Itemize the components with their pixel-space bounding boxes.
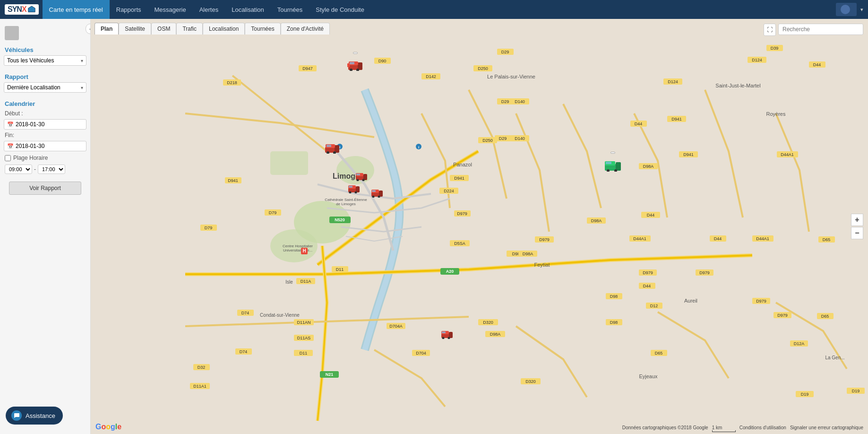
time-dash: -	[34, 166, 36, 173]
svg-text:D218: D218	[227, 80, 237, 85]
svg-text:D124: D124	[752, 58, 762, 62]
nav-localisation[interactable]: Localisation	[225, 0, 271, 19]
truck-icon-6	[604, 160, 622, 172]
svg-text:Le Palais-sur-Vienne: Le Palais-sur-Vienne	[487, 74, 535, 79]
debut-date-input[interactable]: 📅	[4, 119, 86, 130]
report-error-link[interactable]: Signaler une erreur cartographique	[790, 425, 863, 432]
vehicules-select-wrapper[interactable]: Tous les Véhicules ▾	[4, 55, 86, 66]
nav-alertes[interactable]: Alertes	[193, 0, 225, 19]
svg-text:D44: D44	[643, 284, 651, 288]
tab-osm[interactable]: OSM	[151, 23, 176, 35]
map-data-text: Données cartographiques ©2018 Google	[622, 425, 708, 432]
svg-text:D44A1: D44A1	[633, 236, 646, 241]
user-profile[interactable]	[836, 3, 857, 16]
svg-text:D11A1: D11A1	[193, 384, 206, 389]
map-attribution: Données cartographiques ©2018 Google 1 k…	[622, 425, 863, 432]
svg-text:D941: D941	[683, 152, 694, 157]
svg-text:D320: D320	[483, 320, 493, 325]
svg-text:D74: D74	[241, 311, 249, 315]
svg-text:D250: D250	[482, 138, 493, 143]
rapport-section-title[interactable]: Rapport	[0, 69, 90, 82]
svg-text:D979: D979	[643, 270, 653, 275]
svg-text:D941: D941	[671, 117, 682, 122]
svg-rect-170	[327, 145, 331, 147]
vehicle-marker-2[interactable]	[324, 143, 340, 155]
svg-text:D29: D29	[501, 50, 509, 54]
vehicules-select[interactable]: Tous les Véhicules	[7, 57, 83, 64]
voir-rapport-button[interactable]: Voir Rapport	[9, 182, 81, 195]
profile-chevron-icon[interactable]: ▾	[860, 7, 863, 13]
debut-date-field[interactable]	[16, 121, 83, 128]
main-layout: « Véhicules Tous les Véhicules ▾ Rapport…	[0, 19, 868, 434]
map-search-input[interactable]	[778, 24, 863, 35]
map-canvas: N520 A20 N21 D218 D947 D90 D142 D250 D25…	[91, 19, 868, 434]
svg-text:D44: D44	[647, 213, 655, 217]
svg-text:D11AS: D11AS	[297, 336, 311, 340]
avatar	[5, 26, 19, 40]
svg-text:D32: D32	[198, 365, 206, 370]
svg-text:D65: D65	[655, 351, 663, 356]
nav-messagerie[interactable]: Messagerie	[148, 0, 193, 19]
sidebar-collapse-button[interactable]: «	[86, 24, 91, 34]
svg-text:Eyjeaux: Eyjeaux	[639, 373, 658, 379]
svg-text:D704: D704	[416, 351, 426, 356]
svg-text:D65: D65	[823, 237, 831, 242]
tab-satellite[interactable]: Satellite	[119, 23, 151, 35]
rapport-select-wrapper[interactable]: Dernière Localisation ▾	[4, 82, 86, 93]
nav-style-conduite[interactable]: Style de Conduite	[309, 0, 371, 19]
scale-text: 1 km	[712, 425, 722, 430]
vehicle-marker-3[interactable]	[355, 173, 368, 182]
svg-text:D704A: D704A	[389, 324, 403, 329]
vehicules-section-title[interactable]: Véhicules	[0, 43, 90, 55]
tab-trafic[interactable]: Trafic	[176, 23, 203, 35]
plage-horaire-checkbox[interactable]	[5, 155, 11, 161]
tab-localisation[interactable]: Localisation	[203, 23, 245, 35]
vehicle-marker-7[interactable]	[440, 330, 454, 340]
calendrier-section-title: Calendrier	[0, 96, 90, 109]
vehicle-marker-4[interactable]	[347, 185, 361, 195]
debut-label: Début :	[0, 109, 90, 118]
time-start-select[interactable]: 09:00 08:00 10:00	[5, 165, 32, 174]
svg-text:D44: D44	[635, 122, 643, 126]
logo-icon	[27, 5, 36, 14]
svg-rect-176	[356, 174, 360, 175]
rapport-select[interactable]: Dernière Localisation	[7, 84, 83, 91]
nav-rapports[interactable]: Rapports	[110, 0, 148, 19]
svg-text:D941: D941	[228, 178, 238, 183]
tab-plan[interactable]: Plan	[95, 23, 119, 35]
zoom-in-button[interactable]: +	[851, 214, 863, 226]
truck-icon-5	[370, 189, 384, 198]
vehicle-marker-1[interactable]	[347, 61, 363, 72]
plage-horaire-row: Plage Horaire	[0, 153, 90, 163]
map-zoom-controls: + −	[851, 214, 863, 239]
fin-date-input[interactable]: 📅	[4, 141, 86, 151]
assistance-label: Assistance	[26, 412, 55, 419]
nav-carte-temps-reel[interactable]: Carte en temps réel	[43, 0, 110, 19]
zoom-out-button[interactable]: −	[851, 227, 863, 239]
svg-text:D12A: D12A	[794, 341, 805, 346]
svg-text:D65: D65	[821, 314, 829, 319]
svg-rect-194	[606, 162, 611, 164]
nav-tournees[interactable]: Tournées	[271, 0, 309, 19]
svg-text:D11AN: D11AN	[297, 320, 310, 325]
svg-text:D140: D140	[515, 136, 525, 141]
svg-text:D44: D44	[813, 62, 821, 67]
tab-tournees[interactable]: Tournées	[245, 23, 280, 35]
tab-zone-activite[interactable]: Zone d'Activité	[281, 23, 330, 35]
fin-date-field[interactable]	[16, 143, 83, 149]
vehicle-marker-5[interactable]	[370, 189, 384, 199]
svg-text:D79: D79	[269, 210, 277, 215]
time-end-select[interactable]: 17:00 16:00 18:00	[38, 165, 65, 174]
svg-text:D140: D140	[515, 99, 525, 104]
svg-text:D98: D98	[610, 320, 618, 325]
fullscreen-button[interactable]: ⛶	[764, 24, 776, 36]
svg-text:Isle: Isle	[285, 279, 293, 285]
svg-text:D98A: D98A	[643, 164, 654, 169]
truck-icon-2	[324, 143, 340, 154]
vehicle-marker-6[interactable]	[604, 160, 622, 173]
svg-text:D44: D44	[714, 236, 722, 241]
assistance-button[interactable]: Assistance	[6, 407, 63, 425]
svg-text:Panazol: Panazol	[453, 162, 472, 167]
terms-of-use-link[interactable]: Conditions d'utilisation	[739, 425, 786, 432]
scale-label: 1 km	[712, 425, 736, 432]
